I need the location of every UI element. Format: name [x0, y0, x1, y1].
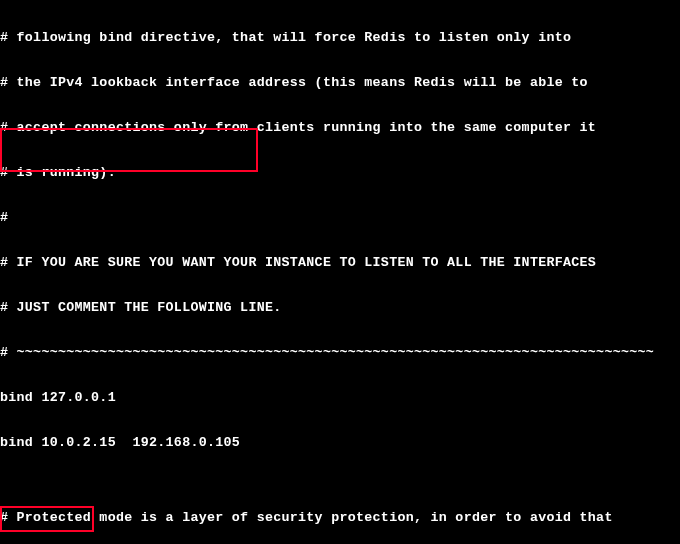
- config-line: # JUST COMMENT THE FOLLOWING LINE.: [0, 300, 680, 315]
- config-line: # Protected mode is a layer of security …: [0, 510, 680, 525]
- config-line: # the IPv4 lookback interface address (t…: [0, 75, 680, 90]
- config-line: # ~~~~~~~~~~~~~~~~~~~~~~~~~~~~~~~~~~~~~~…: [0, 345, 680, 360]
- config-line: # is running).: [0, 165, 680, 180]
- config-line: # accept connections only from clients r…: [0, 120, 680, 135]
- config-line: #: [0, 210, 680, 225]
- terminal-viewport[interactable]: # following bind directive, that will fo…: [0, 0, 680, 544]
- config-line: # following bind directive, that will fo…: [0, 30, 680, 45]
- config-line: # IF YOU ARE SURE YOU WANT YOUR INSTANCE…: [0, 255, 680, 270]
- config-line-bind: bind 127.0.0.1: [0, 390, 680, 405]
- config-line-bind: bind 10.0.2.15 192.168.0.105: [0, 435, 680, 450]
